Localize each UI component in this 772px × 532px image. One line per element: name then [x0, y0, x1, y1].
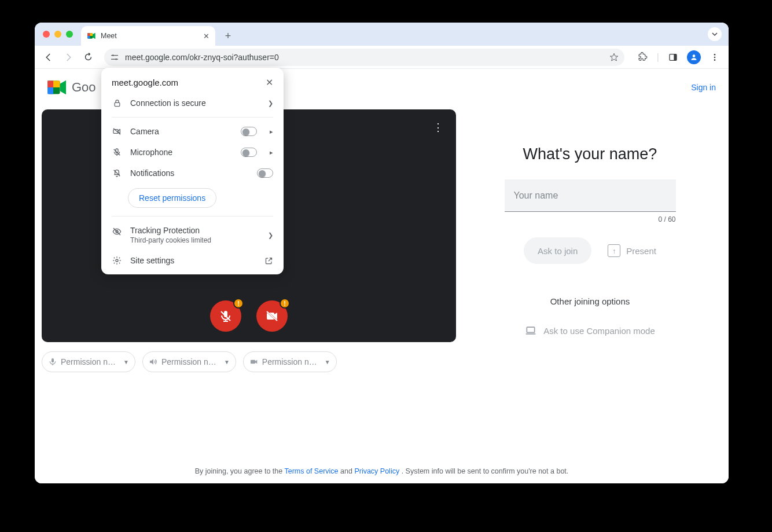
address-bar[interactable]: meet.google.com/okr-znyq-soi?authuser=0 — [104, 49, 624, 66]
product-name: Goo — [72, 80, 96, 95]
tab-search-button[interactable] — [708, 27, 722, 41]
tracking-title: Tracking Protection — [130, 226, 255, 235]
popover-close-icon[interactable]: ✕ — [266, 77, 273, 88]
separator — [112, 216, 273, 217]
svg-rect-28 — [251, 360, 255, 364]
connection-label: Connection is secure — [130, 98, 255, 108]
meet-favicon-icon — [87, 31, 96, 41]
notifications-label: Notifications — [130, 168, 249, 178]
tab-close-icon[interactable]: ✕ — [203, 32, 209, 41]
back-button[interactable] — [41, 49, 57, 65]
preview-more-icon[interactable]: ⋮ — [433, 121, 444, 134]
forward-button[interactable] — [60, 49, 76, 65]
chip-label: Permission ne… — [262, 357, 320, 366]
site-settings-row[interactable]: Site settings — [101, 250, 284, 271]
bell-off-icon — [112, 168, 122, 178]
window-zoom[interactable] — [66, 31, 73, 38]
footer-post: . System info will be sent to confirm yo… — [402, 467, 569, 475]
chevron-down-icon: ▼ — [325, 359, 330, 365]
meet-logo-icon — [47, 79, 68, 96]
window-minimize[interactable] — [54, 31, 61, 38]
companion-label: Ask to use Companion mode — [543, 326, 655, 336]
logo-area: Goo — [47, 79, 96, 96]
profile-avatar[interactable] — [687, 50, 701, 64]
new-tab-button[interactable]: + — [220, 28, 236, 44]
svg-rect-30 — [527, 327, 535, 332]
preview-controls: ! ! — [210, 300, 288, 332]
companion-mode-button[interactable]: Ask to use Companion mode — [525, 325, 655, 336]
svg-marker-27 — [150, 359, 153, 364]
camera-warning-badge: ! — [280, 298, 290, 309]
present-label: Present — [626, 246, 656, 256]
window-controls — [43, 31, 73, 38]
tab-strip: Meet ✕ + — [35, 23, 729, 46]
separator — [112, 117, 273, 118]
camera-permission-chip[interactable]: Permission ne… ▼ — [243, 351, 337, 372]
chevron-right-icon[interactable]: ▸ — [270, 128, 273, 135]
eye-off-icon — [112, 227, 122, 236]
camera-toggle-button[interactable]: ! — [256, 300, 288, 332]
browser-tab[interactable]: Meet ✕ — [81, 26, 215, 46]
name-input[interactable] — [505, 179, 676, 212]
chip-label: Permission ne… — [61, 357, 119, 366]
tracking-subtitle: Third-party cookies limited — [130, 236, 255, 244]
present-icon: ↑ — [608, 244, 620, 257]
svg-point-40 — [116, 259, 118, 262]
svg-marker-29 — [255, 360, 257, 364]
side-panel-icon[interactable] — [665, 49, 681, 65]
microphone-toggle[interactable] — [241, 148, 257, 157]
speaker-permission-chip[interactable]: Permission ne… ▼ — [142, 351, 236, 372]
footer: By joining, you agree to the Terms of Se… — [35, 467, 729, 475]
mic-off-icon — [112, 148, 122, 157]
tracking-row[interactable]: Tracking Protection Third-party cookies … — [101, 220, 284, 250]
chevron-down-icon: ▼ — [224, 359, 230, 365]
mic-icon — [48, 357, 57, 366]
connection-row[interactable]: Connection is secure ❯ — [101, 93, 284, 113]
mic-warning-badge: ! — [233, 298, 244, 309]
speaker-icon — [149, 357, 158, 366]
chrome-menu-icon[interactable] — [707, 49, 723, 65]
toolbar-right: | — [635, 49, 723, 65]
svg-marker-4 — [93, 33, 95, 39]
svg-rect-31 — [115, 102, 120, 106]
svg-point-13 — [714, 56, 716, 58]
svg-point-14 — [714, 59, 716, 61]
tab-title: Meet — [101, 32, 198, 40]
reset-permissions-button[interactable]: Reset permissions — [128, 188, 216, 208]
extensions-icon[interactable] — [635, 49, 651, 65]
svg-rect-26 — [52, 358, 54, 362]
mic-permission-chip[interactable]: Permission ne… ▼ — [42, 351, 135, 372]
mic-toggle-button[interactable]: ! — [210, 300, 241, 332]
svg-marker-19 — [60, 80, 67, 95]
site-info-popover: meet.google.com ✕ Connection is secure ❯… — [101, 68, 284, 274]
name-prompt: What's your name? — [523, 145, 657, 163]
svg-rect-6 — [111, 55, 118, 56]
browser-toolbar: meet.google.com/okr-znyq-soi?authuser=0 … — [35, 46, 729, 69]
browser-window: Meet ✕ + meet.google.com/okr-znyq-soi?au… — [35, 23, 729, 483]
char-counter: 0 / 60 — [505, 215, 676, 223]
gear-icon — [112, 256, 122, 265]
reload-button[interactable] — [80, 49, 96, 65]
privacy-link[interactable]: Privacy Policy — [354, 467, 399, 475]
tos-link[interactable]: Terms of Service — [284, 467, 338, 475]
site-settings-label: Site settings — [130, 256, 256, 265]
signin-link[interactable]: Sign in — [691, 83, 716, 92]
svg-point-11 — [693, 54, 696, 57]
svg-rect-8 — [111, 58, 118, 59]
notifications-toggle[interactable] — [257, 168, 273, 178]
camera-toggle[interactable] — [241, 127, 257, 136]
microphone-label: Microphone — [130, 148, 233, 157]
window-close[interactable] — [43, 31, 50, 38]
chevron-right-icon: ❯ — [268, 232, 273, 239]
chevron-right-icon[interactable]: ▸ — [270, 149, 273, 156]
ask-to-join-button[interactable]: Ask to join — [524, 237, 591, 264]
lock-icon — [112, 99, 122, 108]
present-button[interactable]: ↑ Present — [608, 244, 656, 257]
permission-chips: Permission ne… ▼ Permission ne… ▼ Permis… — [42, 351, 458, 372]
bookmark-star-icon[interactable] — [609, 53, 619, 62]
url-text: meet.google.com/okr-znyq-soi?authuser=0 — [125, 53, 604, 62]
svg-rect-18 — [47, 81, 53, 87]
toolbar-separator: | — [657, 52, 659, 63]
popover-site-name: meet.google.com — [112, 78, 178, 87]
site-info-icon[interactable] — [110, 53, 119, 62]
